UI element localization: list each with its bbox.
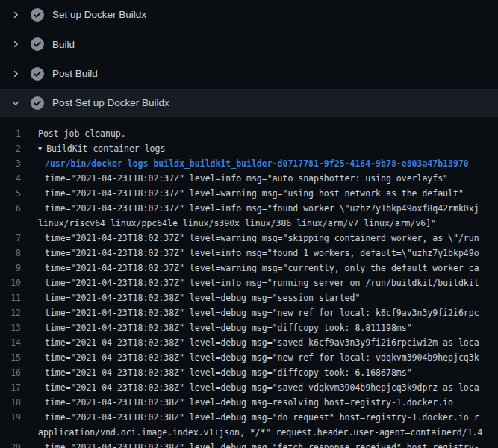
- chevron-down-icon: [10, 98, 21, 108]
- step-title: Build: [52, 39, 75, 50]
- step-title: Post Set up Docker Buildx: [52, 97, 169, 108]
- log-line: 18time="2021-04-23T18:02:38Z" level=debu…: [0, 395, 498, 410]
- log-text: time="2021-04-23T18:02:38Z" level=debug …: [45, 382, 479, 393]
- log-line: 4time="2021-04-23T18:02:37Z" level=info …: [0, 171, 498, 186]
- chevron-right-icon: [10, 10, 21, 20]
- line-number[interactable]: 13: [0, 323, 21, 333]
- line-number[interactable]: 5: [0, 188, 21, 199]
- log-text: time="2021-04-23T18:02:38Z" level=debug …: [45, 293, 360, 303]
- log-line: 9time="2021-04-23T18:02:37Z" level=warni…: [0, 261, 498, 276]
- log-line: 6time="2021-04-23T18:02:37Z" level=info …: [0, 201, 498, 216]
- line-number[interactable]: 20: [0, 442, 21, 448]
- log-text: time="2021-04-23T18:02:37Z" level=info m…: [45, 278, 479, 288]
- line-number[interactable]: 10: [0, 278, 21, 288]
- log-line: 14time="2021-04-23T18:02:38Z" level=debu…: [0, 335, 498, 350]
- line-number[interactable]: 11: [0, 293, 21, 303]
- step-header-build[interactable]: Build: [0, 30, 498, 60]
- line-number[interactable]: 18: [0, 397, 21, 408]
- steps-list: Set up Docker Buildx Build P: [0, 0, 498, 117]
- log-line: 20time="2021-04-23T18:02:38Z" level=debu…: [0, 440, 498, 448]
- log-text: time="2021-04-23T18:02:37Z" level=info m…: [45, 203, 479, 214]
- log-text: time="2021-04-23T18:02:37Z" level=warnin…: [45, 188, 464, 199]
- log-text: time="2021-04-23T18:02:38Z" level=debug …: [45, 308, 479, 318]
- log-text: time="2021-04-23T18:02:38Z" level=debug …: [45, 397, 453, 408]
- log-text: Post job cleanup.: [38, 128, 126, 139]
- step-header-post-set-up-docker-buildx[interactable]: Post Set up Docker Buildx: [0, 89, 498, 117]
- log-text: time="2021-04-23T18:02:37Z" level=warnin…: [45, 263, 479, 273]
- log-text: time="2021-04-23T18:02:37Z" level=info m…: [45, 173, 448, 184]
- log-text: linux/riscv64 linux/ppc64le linux/s390x …: [38, 218, 436, 228]
- log-line: 10time="2021-04-23T18:02:37Z" level=info…: [0, 276, 498, 290]
- line-number[interactable]: 19: [0, 412, 21, 423]
- log-text: time="2021-04-23T18:02:38Z" level=debug …: [45, 412, 479, 423]
- step-header-set-up-docker-buildx[interactable]: Set up Docker Buildx: [0, 0, 498, 30]
- line-number[interactable]: 2: [0, 143, 21, 154]
- line-number[interactable]: 7: [0, 233, 21, 243]
- line-number[interactable]: 9: [0, 263, 21, 273]
- log-text: time="2021-04-23T18:02:38Z" level=debug …: [45, 323, 412, 333]
- log-line: 8time="2021-04-23T18:02:37Z" level=info …: [0, 246, 498, 261]
- line-number[interactable]: 16: [0, 367, 21, 378]
- log-line: 16time="2021-04-23T18:02:38Z" level=debu…: [0, 365, 498, 380]
- log-line: 11time="2021-04-23T18:02:38Z" level=debu…: [0, 290, 498, 305]
- log-lines: 1Post job cleanup.2▼BuildKit container l…: [0, 117, 498, 448]
- actions-log-viewer: Set up Docker Buildx Build P: [0, 0, 498, 448]
- log-line: linux/riscv64 linux/ppc64le linux/s390x …: [0, 216, 498, 231]
- step-header-post-build[interactable]: Post Build: [0, 59, 498, 89]
- step-title: Set up Docker Buildx: [52, 9, 146, 20]
- log-line: 2▼BuildKit container logs: [0, 141, 498, 156]
- line-number[interactable]: 4: [0, 173, 21, 184]
- step-title: Post Build: [52, 68, 98, 79]
- line-number[interactable]: 3: [0, 158, 21, 169]
- line-number[interactable]: 6: [0, 203, 21, 214]
- line-number[interactable]: 17: [0, 382, 21, 393]
- log-line: application/vnd.oci.image.index.v1+json,…: [0, 425, 498, 440]
- log-line: 7time="2021-04-23T18:02:37Z" level=warni…: [0, 231, 498, 246]
- log-text: application/vnd.oci.image.index.v1+json,…: [38, 427, 482, 438]
- line-number[interactable]: 12: [0, 308, 21, 318]
- line-number[interactable]: 1: [0, 128, 21, 139]
- group-toggle-icon[interactable]: ▼: [38, 145, 42, 152]
- command-text: /usr/bin/docker logs buildx_buildkit_bui…: [45, 158, 469, 169]
- check-circle-icon: [31, 67, 44, 81]
- log-line: 12time="2021-04-23T18:02:38Z" level=debu…: [0, 305, 498, 320]
- line-number[interactable]: 8: [0, 248, 21, 258]
- log-text: time="2021-04-23T18:02:38Z" level=debug …: [45, 442, 479, 448]
- log-line: 17time="2021-04-23T18:02:38Z" level=debu…: [0, 380, 498, 395]
- check-circle-icon: [31, 96, 44, 110]
- check-circle-icon: [31, 8, 44, 22]
- check-circle-icon: [31, 37, 44, 51]
- log-text: time="2021-04-23T18:02:37Z" level=warnin…: [45, 233, 479, 243]
- log-line: 19time="2021-04-23T18:02:38Z" level=debu…: [0, 410, 498, 425]
- line-number[interactable]: 15: [0, 352, 21, 363]
- log-text: time="2021-04-23T18:02:38Z" level=debug …: [45, 367, 412, 378]
- log-text: time="2021-04-23T18:02:37Z" level=info m…: [45, 248, 479, 258]
- log-line: 15time="2021-04-23T18:02:38Z" level=debu…: [0, 350, 498, 365]
- line-number[interactable]: 14: [0, 337, 21, 348]
- log-text: time="2021-04-23T18:02:38Z" level=debug …: [45, 337, 479, 348]
- log-line: 13time="2021-04-23T18:02:38Z" level=debu…: [0, 320, 498, 335]
- log-line: 3/usr/bin/docker logs buildx_buildkit_bu…: [0, 156, 498, 171]
- log-line: 1Post job cleanup.: [0, 126, 498, 141]
- chevron-right-icon: [10, 39, 21, 49]
- chevron-right-icon: [10, 69, 21, 79]
- log-line: 5time="2021-04-23T18:02:37Z" level=warni…: [0, 186, 498, 201]
- log-text: time="2021-04-23T18:02:38Z" level=debug …: [45, 352, 479, 363]
- log-text: ▼BuildKit container logs: [38, 143, 165, 154]
